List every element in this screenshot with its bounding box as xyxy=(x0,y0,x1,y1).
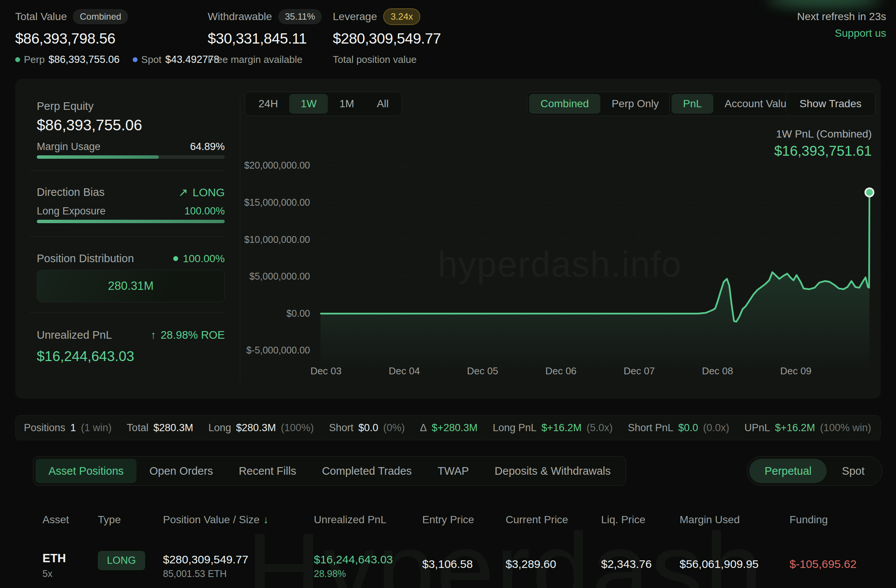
distribution-dot-icon xyxy=(173,256,178,261)
th-liq-price: Liq. Price xyxy=(601,514,645,526)
row-position-value: $280,309,549.77 xyxy=(163,553,248,566)
distribution-value: 280.31M xyxy=(108,279,154,293)
row-liq-price: $2,343.76 xyxy=(601,558,652,571)
metric-toggle-pnl[interactable]: PnL xyxy=(672,94,713,114)
x-axis-label: Dec 09 xyxy=(769,365,822,377)
tab-recent-fills[interactable]: Recent Fills xyxy=(226,459,309,483)
x-axis-label: Dec 05 xyxy=(456,365,509,377)
trend-up-icon: ↗ xyxy=(179,186,188,199)
total-value: $86,393,798.56 xyxy=(15,30,219,47)
summary-short: Short $0.0 (0%) xyxy=(329,422,405,434)
x-axis-label: Dec 07 xyxy=(612,365,666,377)
long-exposure-bar xyxy=(37,220,225,223)
top-right-glow xyxy=(767,0,881,7)
row-current-price: $3,289.60 xyxy=(506,558,556,571)
section-divider xyxy=(30,170,225,171)
mode-toggle: Combined Perp Only xyxy=(527,92,672,116)
range-tab-1w[interactable]: 1W xyxy=(289,94,328,114)
perp-value: $86,393,755.06 xyxy=(49,54,120,66)
distribution-pct: 100.00% xyxy=(183,253,225,265)
perp-equity-label: Perp Equity xyxy=(37,100,94,113)
row-type-badge: LONG xyxy=(98,551,145,570)
positions-summary-bar: Positions 1 (1 win) Total $280.3M Long $… xyxy=(15,415,881,440)
tab-completed-trades[interactable]: Completed Trades xyxy=(309,459,425,483)
withdrawable-pct-badge: 35.11% xyxy=(278,9,322,24)
total-value-stat: Total Value Combined $86,393,798.56 Perp… xyxy=(15,8,219,66)
mode-toggle-combined[interactable]: Combined xyxy=(529,94,600,114)
y-axis-label: $-5,000,000.00 xyxy=(234,345,310,356)
distribution-box[interactable]: 280.31M xyxy=(37,270,225,302)
y-axis-label: $0.00 xyxy=(234,308,310,319)
spot-label: Spot xyxy=(141,54,162,66)
summary-long-pnl: Long PnL $+16.2M (5.0x) xyxy=(493,422,612,434)
total-position-note: Total position value xyxy=(333,54,417,66)
perp-equity-value: $86,393,755.06 xyxy=(37,117,142,134)
show-trades-button[interactable]: Show Trades xyxy=(786,92,876,116)
mode-toggle-perp-only[interactable]: Perp Only xyxy=(600,94,670,114)
th-unrealized-pnl: Unrealized PnL xyxy=(314,514,386,526)
unrealized-pnl-value: $16,244,643.03 xyxy=(37,349,134,364)
row-unrealized-pnl-pct: 28.98% xyxy=(314,568,346,579)
tab-asset-positions[interactable]: Asset Positions xyxy=(36,459,136,483)
range-tabs: 24H 1W 1M All xyxy=(245,92,402,116)
section-tabs: Asset Positions Open Orders Recent Fills… xyxy=(33,456,626,486)
leverage-badge: 3.24x xyxy=(383,8,421,25)
th-position-value-size[interactable]: Position Value / Size↓ xyxy=(163,514,269,526)
unrealized-pnl-label: Unrealized PnL xyxy=(37,329,112,341)
perp-label: Perp xyxy=(24,54,45,66)
summary-delta: Δ $+280.3M xyxy=(420,422,478,434)
pnl-chart[interactable] xyxy=(320,155,885,371)
leverage-stat: Leverage 3.24x $280,309,549.77 Total pos… xyxy=(333,8,441,66)
summary-long: Long $280.3M (100%) xyxy=(208,422,314,434)
row-position-size: 85,001.53 ETH xyxy=(163,568,227,579)
y-axis-label: $20,000,000.00 xyxy=(234,160,310,171)
y-axis-label: $10,000,000.00 xyxy=(234,234,310,245)
long-exposure-label: Long Exposure xyxy=(37,205,106,217)
roe-value: 28.98% ROE xyxy=(161,329,225,341)
withdrawable-stat: Withdrawable 35.11% $30,331,845.11 Free … xyxy=(208,8,322,66)
range-tab-all[interactable]: All xyxy=(365,94,400,114)
direction-bias-label: Direction Bias xyxy=(37,186,105,199)
sort-desc-icon: ↓ xyxy=(263,514,269,525)
refresh-countdown: Next refresh in 23s xyxy=(797,11,886,23)
row-margin-used: $56,061,909.95 xyxy=(680,558,759,571)
x-axis-label: Dec 03 xyxy=(299,365,352,377)
leverage-value: $280,309,549.77 xyxy=(333,30,441,47)
th-current-price: Current Price xyxy=(506,514,568,526)
chart-pnl-label: 1W PnL (Combined) xyxy=(774,128,872,140)
long-exposure-value: 100.00% xyxy=(184,205,225,217)
hyperdash-dashboard: Hyperdash Total Value Combined $86,393,7… xyxy=(0,0,896,588)
tab-twap[interactable]: TWAP xyxy=(425,459,482,483)
leverage-label: Leverage xyxy=(333,11,377,23)
margin-usage-fill xyxy=(37,155,159,159)
x-axis-label: Dec 06 xyxy=(534,365,587,377)
position-distribution-label: Position Distribution xyxy=(37,252,134,265)
tab-open-orders[interactable]: Open Orders xyxy=(136,459,226,483)
market-toggle-spot[interactable]: Spot xyxy=(827,459,880,483)
row-unrealized-pnl: $16,244,643.03 xyxy=(314,553,393,566)
margin-usage-bar xyxy=(37,155,225,159)
margin-usage-value: 64.89% xyxy=(190,141,225,153)
overview-card: Perp Equity $86,393,755.06 Margin Usage … xyxy=(15,79,881,399)
section-divider xyxy=(30,312,225,313)
range-tab-24h[interactable]: 24H xyxy=(247,94,289,114)
summary-total: Total $280.3M xyxy=(127,422,193,434)
row-funding: $-105,695.62 xyxy=(789,558,857,571)
market-toggle-perpetual[interactable]: Perpetual xyxy=(749,459,827,483)
tab-deposits-withdrawals[interactable]: Deposits & Withdrawals xyxy=(482,459,623,483)
withdrawable-value: $30,331,845.11 xyxy=(208,30,322,47)
range-tab-1m[interactable]: 1M xyxy=(328,94,365,114)
spot-dot-icon xyxy=(133,57,138,62)
th-entry-price: Entry Price xyxy=(422,514,474,526)
th-margin-used: Margin Used xyxy=(680,514,740,526)
y-axis-label: $5,000,000.00 xyxy=(234,271,310,282)
x-axis-label: Dec 04 xyxy=(378,365,431,377)
withdrawable-label: Withdrawable xyxy=(208,11,272,23)
summary-upnl: UPnL $+16.2M (100% win) xyxy=(744,422,871,434)
direction-bias-value: LONG xyxy=(193,186,225,199)
support-us-link[interactable]: Support us xyxy=(835,27,886,39)
th-type: Type xyxy=(98,514,121,526)
summary-positions: Positions 1 (1 win) xyxy=(24,422,112,434)
margin-usage-label: Margin Usage xyxy=(37,141,100,153)
row-entry-price: $3,106.58 xyxy=(422,558,473,571)
